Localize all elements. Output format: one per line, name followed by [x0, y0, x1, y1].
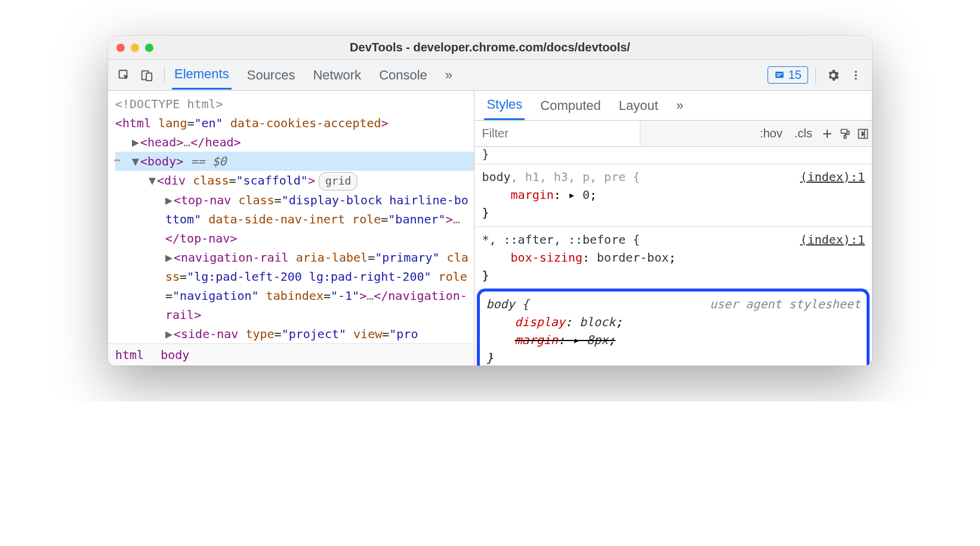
dom-html[interactable]: <html lang="en" data-cookies-accepted> — [115, 114, 474, 133]
sidebar-tabs: Styles Computed Layout » — [474, 91, 872, 121]
separator — [815, 67, 816, 84]
svg-rect-10 — [844, 136, 846, 138]
device-toggle-icon[interactable] — [137, 65, 157, 85]
tab-styles[interactable]: Styles — [484, 91, 525, 120]
tabs-overflow[interactable]: » — [443, 62, 455, 89]
svg-rect-3 — [775, 72, 784, 78]
css-rule[interactable]: (index):1 body, h1, h3, p, pre { margin:… — [474, 164, 872, 227]
cls-toggle[interactable]: .cls — [788, 121, 818, 146]
devtools-window: DevTools - developer.chrome.com/docs/dev… — [108, 36, 872, 366]
svg-point-8 — [855, 78, 856, 79]
titlebar: DevTools - developer.chrome.com/docs/dev… — [108, 36, 872, 60]
dom-scaffold[interactable]: ▼<div class="scaffold">grid — [115, 171, 474, 191]
filter-input[interactable] — [474, 121, 640, 146]
dom-body-selected[interactable]: ▼<body> == $0 — [115, 152, 474, 171]
tab-elements[interactable]: Elements — [172, 60, 232, 90]
minimize-window-button[interactable] — [131, 44, 139, 52]
hov-toggle[interactable]: :hov — [754, 121, 788, 146]
tab-layout[interactable]: Layout — [617, 92, 661, 119]
panel-tabs: Elements Sources Network Console » — [172, 60, 455, 90]
svg-point-7 — [855, 74, 856, 76]
tab-network[interactable]: Network — [310, 62, 363, 89]
grid-badge[interactable]: grid — [319, 172, 358, 191]
rules-list: } (index):1 body, h1, h3, p, pre { margi… — [474, 147, 872, 366]
svg-rect-9 — [841, 129, 847, 133]
more-menu-icon[interactable] — [846, 65, 866, 85]
traffic-lights — [116, 44, 153, 52]
svg-rect-4 — [776, 73, 782, 75]
breadcrumb: html body — [108, 343, 474, 366]
paint-icon[interactable] — [836, 128, 854, 140]
separator — [164, 67, 165, 84]
dom-tree[interactable]: <!DOCTYPE html> <html lang="en" data-coo… — [108, 91, 474, 343]
svg-rect-2 — [146, 73, 152, 81]
svg-rect-5 — [776, 75, 780, 76]
tab-console[interactable]: Console — [377, 62, 430, 89]
content-split: <!DOCTYPE html> <html lang="en" data-coo… — [108, 91, 872, 366]
dom-topnav[interactable]: ▶<top-nav class="display-block hairline-… — [115, 191, 474, 248]
crumb-body[interactable]: body — [161, 348, 189, 362]
dom-head[interactable]: ▶<head>…</head> — [115, 133, 474, 152]
issues-badge[interactable]: 15 — [768, 66, 808, 84]
maximize-window-button[interactable] — [145, 44, 153, 52]
css-rule[interactable]: (index):1 *, ::after, ::before { box-siz… — [474, 227, 872, 290]
tab-sources[interactable]: Sources — [245, 62, 298, 89]
close-window-button[interactable] — [116, 44, 125, 52]
inspect-icon[interactable] — [114, 65, 134, 85]
rule-source-link[interactable]: (index):1 — [800, 168, 865, 186]
dom-sidenav[interactable]: ▶<side-nav type="project" view="pro — [115, 324, 474, 343]
elements-panel: <!DOCTYPE html> <html lang="en" data-coo… — [108, 91, 474, 366]
dom-doctype[interactable]: <!DOCTYPE html> — [115, 94, 474, 114]
dom-navrail[interactable]: ▶<navigation-rail aria-label="primary" c… — [115, 248, 474, 324]
styles-toolbar: :hov .cls — [474, 121, 872, 147]
rule-source-link[interactable]: (index):1 — [800, 231, 865, 249]
main-toolbar: Elements Sources Network Console » 15 — [108, 60, 872, 91]
window-title: DevTools - developer.chrome.com/docs/dev… — [108, 41, 872, 54]
issues-count: 15 — [788, 68, 802, 82]
computed-toggle-icon[interactable] — [854, 128, 872, 140]
tab-computed[interactable]: Computed — [538, 92, 603, 119]
settings-icon[interactable] — [823, 65, 843, 85]
crumb-html[interactable]: html — [115, 348, 144, 362]
rule-source-label: user agent stylesheet — [710, 295, 861, 313]
rule-fragment: } — [474, 147, 872, 164]
new-rule-icon[interactable] — [818, 128, 836, 140]
styles-panel: Styles Computed Layout » :hov .cls } (in… — [474, 91, 872, 366]
subtabs-overflow[interactable]: » — [674, 92, 686, 119]
svg-point-6 — [855, 70, 856, 72]
css-rule-user-agent[interactable]: user agent stylesheet body { display: bl… — [477, 289, 870, 366]
